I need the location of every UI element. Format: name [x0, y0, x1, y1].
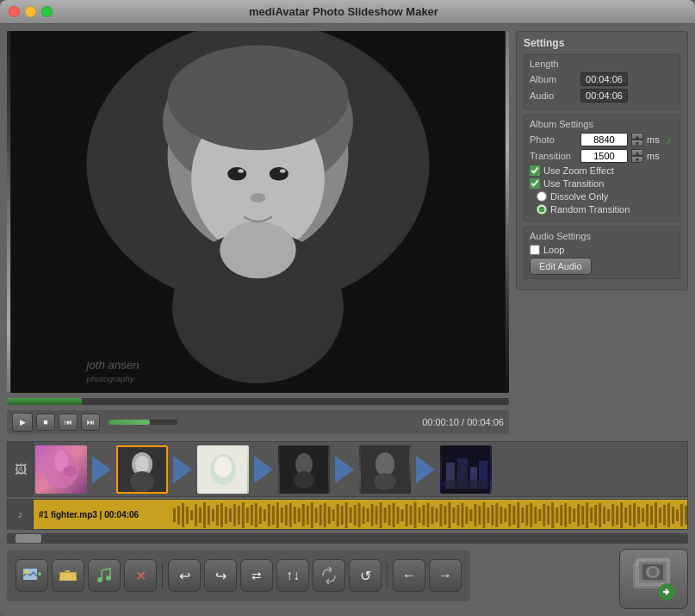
- use-transition-checkbox[interactable]: [530, 178, 540, 189]
- svg-rect-73: [324, 503, 326, 527]
- preview-svg: joth ansen photography: [7, 31, 509, 393]
- add-music-button[interactable]: [88, 559, 121, 592]
- transition-spin-down[interactable]: ▼: [631, 156, 643, 163]
- random-transition-radio[interactable]: [537, 204, 547, 215]
- stop-button[interactable]: ■: [36, 414, 55, 431]
- edit-audio-button[interactable]: Edit Audio: [530, 258, 592, 275]
- transition-button[interactable]: ⇄: [240, 559, 273, 592]
- redo-button[interactable]: ↪: [204, 559, 237, 592]
- photo-spin-up[interactable]: ▲: [631, 133, 643, 140]
- photo-input[interactable]: [580, 133, 628, 146]
- svg-rect-40: [182, 503, 184, 527]
- svg-rect-154: [672, 507, 674, 524]
- random-transition-row: Random Transition: [537, 204, 674, 215]
- svg-rect-47: [212, 509, 214, 521]
- add-photo-button[interactable]: [16, 559, 48, 592]
- svg-rect-131: [573, 508, 575, 522]
- dissolve-only-radio[interactable]: [537, 191, 547, 202]
- svg-rect-98: [431, 507, 433, 524]
- next-button[interactable]: ⏭: [81, 414, 100, 431]
- length-title: Length: [530, 59, 674, 69]
- svg-rect-145: [633, 503, 636, 527]
- progress-fill: [7, 398, 82, 405]
- dissolve-only-row: Dissolve Only: [537, 191, 674, 202]
- svg-rect-99: [435, 508, 437, 522]
- svg-rect-157: [685, 506, 687, 525]
- thumb-flowers2[interactable]: [197, 445, 249, 494]
- svg-rect-123: [538, 509, 541, 521]
- photo-spin-down[interactable]: ▼: [631, 140, 643, 146]
- thumb-flower-img: [35, 445, 87, 494]
- transition-input[interactable]: [580, 149, 628, 163]
- volume-slider[interactable]: [109, 420, 177, 425]
- rotate-button[interactable]: ↺: [349, 559, 382, 592]
- svg-rect-156: [680, 504, 683, 526]
- svg-rect-151: [659, 507, 661, 523]
- svg-rect-146: [637, 507, 640, 524]
- move-left-button[interactable]: ←: [393, 559, 425, 592]
- svg-rect-93: [410, 506, 413, 525]
- svg-rect-129: [564, 503, 567, 527]
- use-transition-label: Use Transition: [543, 178, 604, 189]
- delete-button[interactable]: ✕: [124, 559, 157, 592]
- open-folder-button[interactable]: [52, 559, 84, 592]
- scrollbar[interactable]: [7, 533, 688, 544]
- play-button[interactable]: ▶: [12, 413, 33, 432]
- use-transition-row: Use Transition: [530, 178, 674, 189]
- loop-checkbox[interactable]: [530, 245, 540, 255]
- undo-button[interactable]: ↩: [168, 559, 201, 592]
- export-icon: [630, 556, 678, 603]
- svg-rect-141: [616, 506, 618, 525]
- use-zoom-row: Use Zoom Effect: [530, 165, 674, 176]
- thumb-night[interactable]: [440, 445, 492, 494]
- svg-rect-125: [547, 506, 549, 525]
- svg-rect-85: [375, 506, 378, 525]
- svg-rect-136: [594, 505, 597, 526]
- thumb-flower[interactable]: [35, 445, 87, 494]
- svg-rect-83: [367, 508, 369, 522]
- audio-value: 00:04:06: [580, 89, 628, 103]
- svg-rect-133: [581, 506, 584, 525]
- audio-label: Audio: [530, 90, 577, 101]
- thumb-child[interactable]: [116, 445, 168, 494]
- separator-2: [387, 563, 388, 588]
- svg-rect-97: [427, 503, 430, 527]
- svg-point-21: [130, 471, 154, 492]
- arrow-3: [251, 450, 276, 488]
- audio-track-icon: ♪: [8, 499, 34, 530]
- svg-rect-137: [599, 503, 601, 527]
- svg-rect-111: [487, 507, 489, 523]
- album-settings-title: Album Settings: [530, 119, 674, 129]
- music-icon: ♪: [666, 133, 672, 146]
- loop-button[interactable]: [313, 559, 345, 592]
- svg-rect-153: [667, 503, 670, 527]
- scrollbar-thumb[interactable]: [16, 534, 41, 543]
- svg-rect-72: [320, 505, 322, 526]
- svg-point-159: [25, 570, 28, 574]
- use-zoom-checkbox[interactable]: [530, 165, 540, 176]
- svg-rect-52: [233, 504, 236, 526]
- thumb-flowers2-img: [197, 445, 249, 494]
- use-zoom-label: Use Zoom Effect: [543, 165, 614, 176]
- thumb-dark1[interactable]: [278, 445, 330, 494]
- svg-rect-127: [555, 507, 558, 523]
- transition-spin-up[interactable]: ▲: [631, 149, 643, 156]
- move-right-button[interactable]: →: [429, 559, 462, 592]
- svg-rect-128: [560, 505, 562, 526]
- svg-rect-134: [586, 502, 588, 528]
- export-button[interactable]: [619, 549, 688, 609]
- svg-rect-86: [380, 502, 382, 528]
- svg-rect-66: [294, 507, 296, 524]
- length-group: Length Album 00:04:06 Audio 00:04:06: [524, 54, 680, 109]
- prev-button[interactable]: ⏮: [59, 414, 78, 431]
- svg-rect-144: [629, 505, 631, 526]
- svg-point-9: [270, 167, 289, 180]
- thumb-dark2[interactable]: [359, 445, 411, 494]
- move-up-button[interactable]: ↑↓: [276, 559, 309, 592]
- svg-rect-45: [203, 502, 206, 528]
- audio-settings-group: Audio Settings Loop Edit Audio: [524, 227, 680, 279]
- progress-bar[interactable]: [7, 398, 509, 405]
- svg-rect-149: [650, 506, 653, 525]
- svg-rect-95: [419, 507, 421, 523]
- svg-rect-100: [439, 504, 442, 526]
